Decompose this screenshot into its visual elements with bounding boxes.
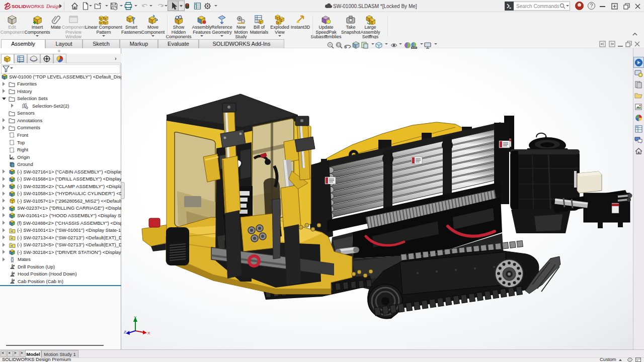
svg-text:SOLIDWORKS: SOLIDWORKS (12, 4, 44, 9)
svg-text:Y: Y (134, 315, 137, 320)
svg-text:Design: Design (46, 4, 60, 9)
svg-text:X: X (147, 331, 150, 335)
svg-text:Z: Z (124, 330, 126, 334)
